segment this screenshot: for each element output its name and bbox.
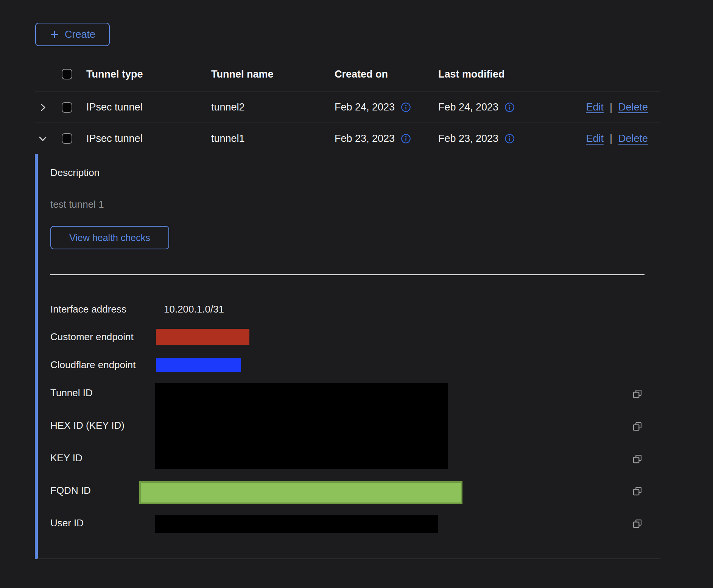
header-last-modified: Last modified: [438, 68, 542, 80]
field-label-tunnel-id: Tunnel ID: [50, 387, 93, 399]
edit-link[interactable]: Edit: [586, 133, 604, 145]
cell-tunnel-name: tunnel2: [211, 101, 335, 113]
copy-icon[interactable]: [631, 518, 643, 530]
copy-icon[interactable]: [631, 485, 643, 497]
table-row: IPsec tunnel tunnel1 Feb 23, 2023 Feb 23…: [35, 123, 660, 154]
field-label-hex-id: HEX ID (KEY ID): [50, 419, 125, 431]
redaction-ids: [155, 383, 448, 469]
description-label: Description: [50, 166, 100, 179]
view-health-checks-button[interactable]: View health checks: [50, 226, 169, 249]
chevron-down-icon[interactable]: [37, 133, 48, 144]
redaction-fqdn-id: [139, 481, 462, 504]
field-label-user-id: User ID: [50, 517, 84, 529]
field-label-fqdn-id: FQDN ID: [50, 484, 91, 496]
field-label-cloudflare-endpoint: Cloudflare endpoint: [50, 359, 136, 371]
info-icon[interactable]: [504, 134, 515, 144]
table-header-row: Tunnel type Tunnel name Created on Last …: [35, 57, 660, 92]
tunnel-detail-panel: Description test tunnel 1 View health ch…: [35, 154, 660, 559]
cell-last-modified: Feb 24, 2023: [438, 101, 498, 113]
redaction-customer-endpoint: [156, 329, 249, 345]
delete-link[interactable]: Delete: [618, 133, 648, 145]
action-separator: |: [610, 133, 612, 145]
info-icon[interactable]: [504, 102, 515, 112]
copy-icon[interactable]: [631, 453, 643, 465]
detail-divider: [50, 274, 645, 275]
cell-tunnel-type: IPsec tunnel: [86, 101, 211, 113]
cell-tunnel-type: IPsec tunnel: [86, 133, 211, 145]
delete-link[interactable]: Delete: [618, 101, 648, 113]
description-value: test tunnel 1: [50, 198, 104, 210]
redaction-user-id: [155, 515, 438, 533]
redaction-cloudflare-endpoint: [156, 358, 241, 372]
chevron-right-icon[interactable]: [37, 102, 48, 113]
field-label-key-id: KEY ID: [50, 452, 83, 464]
cell-created-on: Feb 24, 2023: [335, 101, 395, 113]
header-tunnel-type: Tunnel type: [86, 68, 211, 80]
select-all-checkbox[interactable]: [62, 69, 72, 79]
info-icon[interactable]: [401, 102, 411, 112]
tunnels-page: { "colors": { "background": "#1C1C1E", "…: [0, 0, 713, 588]
table-row: IPsec tunnel tunnel2 Feb 24, 2023 Feb 24…: [35, 92, 660, 123]
row-checkbox[interactable]: [62, 102, 72, 113]
field-label-interface-address: Interface address: [50, 303, 126, 315]
plus-icon: [50, 30, 59, 39]
header-tunnel-name: Tunnel name: [211, 68, 335, 80]
cell-tunnel-name: tunnel1: [211, 133, 335, 145]
copy-icon[interactable]: [631, 388, 643, 400]
cell-last-modified: Feb 23, 2023: [438, 133, 498, 145]
create-button[interactable]: Create: [35, 23, 110, 46]
tunnels-table: Tunnel type Tunnel name Created on Last …: [35, 57, 660, 154]
row-checkbox[interactable]: [62, 133, 72, 144]
field-value-interface-address: 10.200.1.0/31: [164, 303, 224, 315]
edit-link[interactable]: Edit: [586, 101, 604, 113]
create-button-label: Create: [65, 29, 95, 40]
header-created-on: Created on: [335, 68, 438, 80]
copy-icon[interactable]: [631, 420, 643, 432]
field-label-customer-endpoint: Customer endpoint: [50, 331, 134, 343]
cell-created-on: Feb 23, 2023: [335, 133, 395, 145]
info-icon[interactable]: [401, 134, 411, 144]
action-separator: |: [610, 101, 612, 113]
